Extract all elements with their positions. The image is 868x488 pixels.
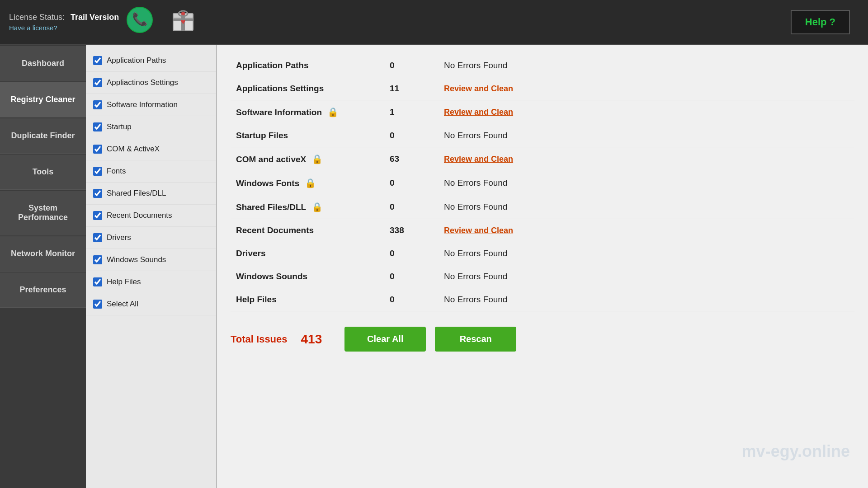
result-status-7[interactable]: Review and Clean	[439, 219, 854, 242]
checklist-item-application-paths[interactable]: Application Paths	[86, 50, 216, 72]
sidebar-item-dashboard[interactable]: Dashboard	[0, 46, 86, 81]
result-count-0: 0	[384, 54, 420, 77]
total-issues-label: Total Issues	[231, 333, 288, 345]
gift-icon: ♥	[170, 6, 197, 38]
checklist-item-software-information[interactable]: Software Information	[86, 94, 216, 116]
result-count-3: 0	[384, 124, 420, 147]
license-label: License Status:	[9, 13, 65, 22]
checkbox-applications-settings[interactable]	[93, 78, 102, 87]
results-table: Application Paths0No Errors FoundApplica…	[231, 54, 854, 311]
review-link-2[interactable]: Review and Clean	[444, 108, 513, 117]
checklist-label-application-paths: Application Paths	[107, 56, 166, 65]
checkbox-software-information[interactable]	[93, 100, 102, 109]
checklist-item-windows-sounds[interactable]: Windows Sounds	[86, 249, 216, 271]
lock-icon-5: 🔒	[302, 178, 316, 188]
result-row-5: Windows Fonts 🔒0No Errors Found	[231, 171, 854, 195]
result-name-8: Drivers	[231, 242, 384, 265]
result-status-3: No Errors Found	[439, 124, 854, 147]
checkbox-select-all[interactable]	[93, 300, 102, 309]
spacer-1	[420, 77, 439, 100]
result-status-1[interactable]: Review and Clean	[439, 77, 854, 100]
spacer-8	[420, 242, 439, 265]
review-link-7[interactable]: Review and Clean	[444, 226, 513, 235]
result-row-9: Windows Sounds0No Errors Found	[231, 265, 854, 288]
result-count-7: 338	[384, 219, 420, 242]
checklist-label-select-all: Select All	[107, 300, 138, 309]
checklist-item-shared-files-dll[interactable]: Shared Files/DLL	[86, 183, 216, 205]
checklist-panel: Application PathsAppliactinos SettingsSo…	[86, 45, 217, 488]
header: License Status: Trail Version Have a lic…	[0, 0, 868, 45]
svg-point-7	[181, 12, 185, 15]
rescan-button[interactable]: Rescan	[435, 327, 516, 352]
checkbox-recent-documents[interactable]	[93, 211, 102, 220]
spacer-3	[420, 124, 439, 147]
result-row-8: Drivers0No Errors Found	[231, 242, 854, 265]
checklist-label-windows-sounds: Windows Sounds	[107, 255, 166, 264]
spacer-7	[420, 219, 439, 242]
sidebar-item-registry-cleaner[interactable]: Registry Cleaner	[0, 82, 86, 117]
license-link[interactable]: Have a license?	[9, 24, 119, 32]
checklist-item-com-activex[interactable]: COM & ActiveX	[86, 138, 216, 160]
sidebar-item-duplicate-finder[interactable]: Duplicate Finder	[0, 118, 86, 154]
checkbox-fonts[interactable]	[93, 167, 102, 176]
result-row-10: Help Files0No Errors Found	[231, 288, 854, 311]
review-link-4[interactable]: Review and Clean	[444, 155, 513, 164]
result-name-9: Windows Sounds	[231, 265, 384, 288]
checklist-item-drivers[interactable]: Drivers	[86, 227, 216, 249]
result-status-4[interactable]: Review and Clean	[439, 147, 854, 171]
result-name-7: Recent Documents	[231, 219, 384, 242]
sidebar-item-tools[interactable]: Tools	[0, 155, 86, 190]
result-row-6: Shared Files/DLL 🔒0No Errors Found	[231, 195, 854, 219]
sidebar-item-network-monitor[interactable]: Network Monitor	[0, 236, 86, 272]
result-status-2[interactable]: Review and Clean	[439, 100, 854, 124]
checkbox-application-paths[interactable]	[93, 56, 102, 65]
result-status-0: No Errors Found	[439, 54, 854, 77]
checklist-label-drivers: Drivers	[107, 233, 131, 242]
sidebar-item-preferences[interactable]: Preferences	[0, 272, 86, 308]
spacer-5	[420, 171, 439, 195]
result-row-4: COM and activeX 🔒63Review and Clean	[231, 147, 854, 171]
watermark: mv-egy.online	[742, 442, 850, 461]
result-name-2: Software Information 🔒	[231, 100, 384, 124]
result-count-5: 0	[384, 171, 420, 195]
result-name-4: COM and activeX 🔒	[231, 147, 384, 171]
checklist-label-recent-documents: Recent Documents	[107, 211, 172, 220]
checklist-item-recent-documents[interactable]: Recent Documents	[86, 205, 216, 227]
checkbox-startup[interactable]	[93, 122, 102, 131]
checkbox-drivers[interactable]	[93, 233, 102, 242]
checklist-label-applications-settings: Appliactinos Settings	[107, 78, 178, 87]
checklist-item-select-all[interactable]: Select All	[86, 293, 216, 315]
main-layout: DashboardRegistry CleanerDuplicate Finde…	[0, 45, 868, 488]
review-link-1[interactable]: Review and Clean	[444, 84, 513, 93]
checkbox-com-activex[interactable]	[93, 145, 102, 154]
checkbox-shared-files-dll[interactable]	[93, 189, 102, 198]
checkbox-windows-sounds[interactable]	[93, 255, 102, 264]
result-count-6: 0	[384, 195, 420, 219]
result-count-9: 0	[384, 265, 420, 288]
checklist-item-help-files[interactable]: Help Files	[86, 271, 216, 293]
checklist-item-startup[interactable]: Startup	[86, 116, 216, 138]
result-count-2: 1	[384, 100, 420, 124]
checkbox-help-files[interactable]	[93, 277, 102, 286]
clear-all-button[interactable]: Clear All	[344, 327, 426, 352]
checklist-label-com-activex: COM & ActiveX	[107, 145, 160, 154]
result-name-0: Application Paths	[231, 54, 384, 77]
checklist-item-fonts[interactable]: Fonts	[86, 160, 216, 183]
help-button[interactable]: Help ?	[791, 10, 850, 34]
footer-row: Total Issues 413 Clear All Rescan	[231, 322, 854, 356]
result-name-10: Help Files	[231, 288, 384, 311]
result-name-3: Startup Files	[231, 124, 384, 147]
spacer-0	[420, 54, 439, 77]
result-row-7: Recent Documents338Review and Clean	[231, 219, 854, 242]
result-count-8: 0	[384, 242, 420, 265]
result-row-1: Applications Settings11Review and Clean	[231, 77, 854, 100]
checklist-label-shared-files-dll: Shared Files/DLL	[107, 189, 166, 198]
lock-icon-2: 🔒	[325, 107, 339, 117]
result-count-10: 0	[384, 288, 420, 311]
result-status-6: No Errors Found	[439, 195, 854, 219]
result-name-1: Applications Settings	[231, 77, 384, 100]
result-count-1: 11	[384, 77, 420, 100]
checklist-item-applications-settings[interactable]: Appliactinos Settings	[86, 72, 216, 94]
sidebar-item-system-performance[interactable]: System Performance	[0, 191, 86, 235]
license-value: Trail Version	[71, 13, 119, 22]
